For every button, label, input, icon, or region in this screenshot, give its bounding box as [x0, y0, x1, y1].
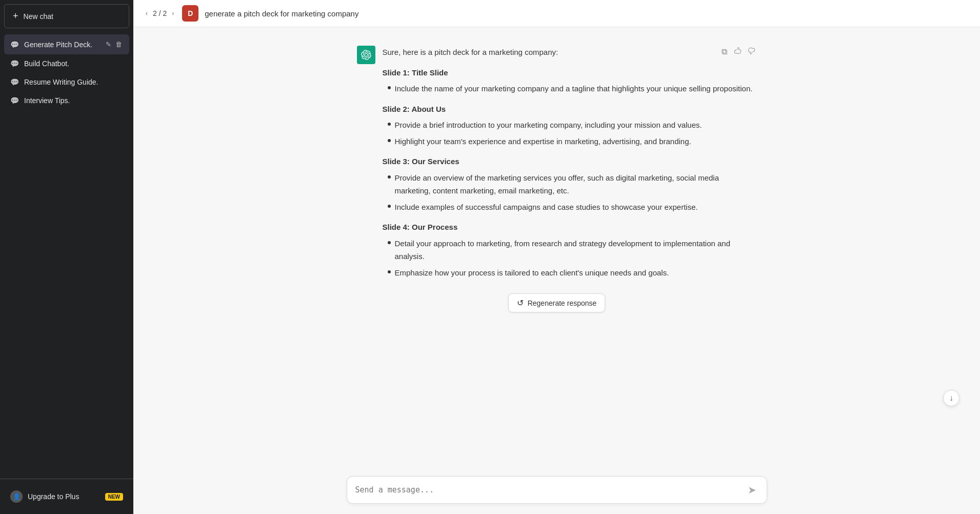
- slide-1-list: Include the name of your marketing compa…: [383, 82, 757, 95]
- bullet-icon: [388, 139, 391, 142]
- user-icon: 👤: [10, 490, 23, 503]
- thumbs-down-icon: [748, 47, 756, 55]
- edit-chat-button[interactable]: ✎: [105, 39, 112, 49]
- new-chat-label: New chat: [24, 12, 53, 21]
- thumbs-up-button[interactable]: [732, 46, 743, 58]
- slide-3-list: Provide an overview of the marketing ser…: [383, 171, 757, 214]
- bullet-icon: [388, 241, 391, 244]
- list-item: Highlight your team's experience and exp…: [388, 135, 757, 148]
- nav-counter: 2 / 2: [151, 8, 169, 18]
- user-avatar: D: [182, 5, 198, 22]
- bullet-icon: [388, 86, 391, 89]
- message-content: Sure, here is a pitch deck for a marketi…: [383, 46, 757, 282]
- gpt-avatar: [357, 46, 375, 64]
- prev-arrow[interactable]: ‹: [144, 9, 150, 18]
- bullet-icon: [388, 205, 391, 208]
- message-input-container: ➤: [347, 476, 767, 504]
- regenerate-response-button[interactable]: ↺ Regenerate response: [508, 293, 606, 312]
- nav-arrows: ‹ 2 / 2 ›: [144, 8, 176, 18]
- main-panel: ‹ 2 / 2 › D generate a pitch deck for ma…: [133, 0, 980, 514]
- thumbs-down-button[interactable]: [747, 46, 757, 58]
- chat-item-actions: ✎ 🗑: [105, 39, 123, 49]
- next-arrow[interactable]: ›: [170, 9, 176, 18]
- regenerate-label: Regenerate response: [528, 299, 597, 307]
- slide-4-heading: Slide 4: Our Process: [383, 221, 757, 234]
- messages-area: Sure, here is a pitch deck for a marketi…: [133, 27, 980, 451]
- slide-2-list: Provide a brief introduction to your mar…: [383, 118, 757, 148]
- slide-4: Slide 4: Our Process Detail your approac…: [383, 221, 757, 279]
- sidebar-item-label: Interview Tips.: [24, 96, 123, 105]
- chat-icon: 💬: [10, 78, 19, 86]
- sidebar: + New chat 💬 Generate Pitch Deck. ✎ 🗑 💬 …: [0, 0, 133, 514]
- list-item: Provide a brief introduction to your mar…: [388, 118, 757, 132]
- message-intro: Sure, here is a pitch deck for a marketi…: [383, 46, 757, 59]
- new-chat-button[interactable]: + New chat: [4, 4, 129, 28]
- upgrade-label: Upgrade to Plus: [28, 492, 79, 501]
- sidebar-item-label: Generate Pitch Deck.: [24, 41, 99, 49]
- copy-button[interactable]: ⧉: [721, 46, 728, 58]
- delete-chat-button[interactable]: 🗑: [114, 39, 123, 49]
- list-item: Provide an overview of the marketing ser…: [388, 171, 757, 197]
- input-area: ➤: [133, 470, 980, 514]
- chat-list: 💬 Generate Pitch Deck. ✎ 🗑 💬 Build Chatb…: [0, 32, 133, 479]
- assistant-message: Sure, here is a pitch deck for a marketi…: [347, 37, 767, 290]
- list-item: Detail your approach to marketing, from …: [388, 237, 757, 263]
- regenerate-icon: ↺: [517, 298, 524, 308]
- message-input[interactable]: [355, 485, 746, 495]
- chat-icon: 💬: [10, 60, 19, 68]
- regenerate-bar: ↺ Regenerate response: [133, 290, 980, 319]
- slide-2-heading: Slide 2: About Us: [383, 103, 757, 116]
- slide-3: Slide 3: Our Services Provide an overvie…: [383, 155, 757, 213]
- slide-4-list: Detail your approach to marketing, from …: [383, 237, 757, 280]
- list-item: Include the name of your marketing compa…: [388, 82, 757, 95]
- message-actions: ⧉: [721, 46, 757, 58]
- scroll-down-button[interactable]: ↓: [943, 390, 959, 406]
- bullet-icon: [388, 270, 391, 273]
- slide-3-heading: Slide 3: Our Services: [383, 155, 757, 168]
- sidebar-item-generate-pitch-deck[interactable]: 💬 Generate Pitch Deck. ✎ 🗑: [4, 34, 129, 54]
- sidebar-item-label: Build Chatbot.: [24, 60, 123, 68]
- sidebar-item-build-chatbot[interactable]: 💬 Build Chatbot.: [4, 54, 129, 73]
- plus-icon: +: [13, 11, 18, 22]
- sidebar-item-label: Resume Writing Guide.: [24, 78, 123, 86]
- sidebar-item-interview-tips[interactable]: 💬 Interview Tips.: [4, 91, 129, 110]
- list-item: Emphasize how your process is tailored t…: [388, 266, 757, 280]
- bullet-icon: [388, 123, 391, 126]
- new-badge: NEW: [105, 493, 123, 501]
- openai-logo: [361, 50, 371, 60]
- send-button[interactable]: ➤: [746, 483, 758, 497]
- bullet-icon: [388, 175, 391, 179]
- slide-1-heading: Slide 1: Title Slide: [383, 66, 757, 80]
- chat-icon: 💬: [10, 96, 19, 105]
- slide-1: Slide 1: Title Slide Include the name of…: [383, 66, 757, 95]
- chat-icon: 💬: [10, 41, 19, 49]
- slide-2: Slide 2: About Us Provide a brief introd…: [383, 103, 757, 148]
- thumbs-up-icon: [733, 47, 742, 55]
- sidebar-bottom: 👤 Upgrade to Plus NEW: [0, 479, 133, 514]
- sidebar-item-resume-writing-guide[interactable]: 💬 Resume Writing Guide.: [4, 73, 129, 91]
- upgrade-to-plus-button[interactable]: 👤 Upgrade to Plus NEW: [4, 485, 129, 508]
- header: ‹ 2 / 2 › D generate a pitch deck for ma…: [133, 0, 980, 27]
- list-item: Include examples of successful campaigns…: [388, 201, 757, 214]
- conversation-title: generate a pitch deck for marketing comp…: [205, 9, 358, 18]
